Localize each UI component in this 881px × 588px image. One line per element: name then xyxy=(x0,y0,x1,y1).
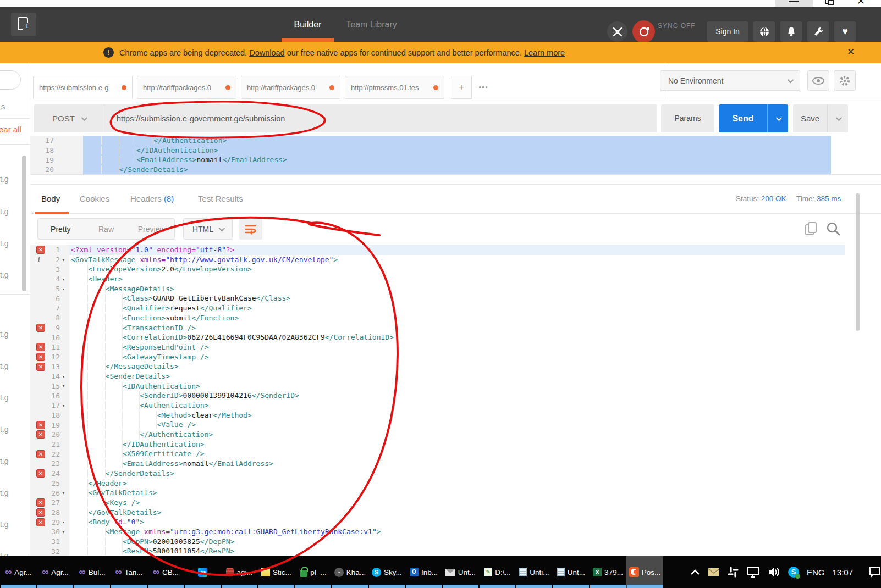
taskbar-item[interactable]: agi... xyxy=(221,556,258,588)
history-item[interactable]: t.g xyxy=(0,362,9,370)
history-item[interactable]: t.g xyxy=(0,330,9,339)
interceptor-icon[interactable] xyxy=(607,21,627,42)
request-tab[interactable]: https://submission.e-g xyxy=(33,76,133,99)
history-item[interactable]: t.g xyxy=(0,457,9,465)
error-icon[interactable]: ✕ xyxy=(36,363,45,371)
error-icon[interactable]: ✕ xyxy=(36,498,45,507)
collections-tab-label[interactable]: s xyxy=(1,102,5,111)
action-center-icon[interactable] xyxy=(868,566,881,578)
error-icon[interactable]: ✕ xyxy=(36,469,45,478)
error-icon[interactable]: ✕ xyxy=(36,518,45,526)
history-item[interactable]: t.g xyxy=(0,425,9,434)
clock[interactable]: 13:07 xyxy=(833,568,854,577)
taskbar-item[interactable]: ∞Agr... xyxy=(0,556,37,588)
settings-wrench-button[interactable] xyxy=(807,21,829,42)
error-icon[interactable]: ✕ xyxy=(36,508,45,517)
new-tab-button[interactable]: + xyxy=(451,76,472,99)
fold-arrow-icon[interactable]: ▾ xyxy=(60,519,67,525)
taskbar-item[interactable]: Stic... xyxy=(258,556,295,588)
tray-mail-icon[interactable] xyxy=(708,568,720,576)
taskbar-item[interactable]: WS xyxy=(184,556,221,588)
error-icon[interactable]: ✕ xyxy=(36,353,45,361)
tray-chevron-icon[interactable] xyxy=(690,569,700,575)
response-body-viewer[interactable]: ✕1<?xml version="1.0" encoding="utf-8"?>… xyxy=(30,245,852,556)
tab-cookies[interactable]: Cookies xyxy=(80,194,109,203)
download-link[interactable]: Download xyxy=(249,48,285,57)
proxy-globe-button[interactable] xyxy=(753,21,775,42)
fold-arrow-icon[interactable]: ▾ xyxy=(60,257,67,263)
error-icon[interactable]: ✕ xyxy=(36,246,45,254)
taskbar-item[interactable]: Unti... xyxy=(516,556,553,588)
send-button[interactable]: Send xyxy=(719,104,788,132)
taskbar-item[interactable]: Pos... xyxy=(626,556,663,588)
history-item[interactable]: t.g xyxy=(0,489,9,497)
taskbar-item[interactable]: ∞Agr... xyxy=(37,556,74,588)
more-tabs-button[interactable]: ●●● xyxy=(473,76,494,99)
learn-more-link[interactable]: Learn more xyxy=(524,48,565,57)
minimize-button[interactable] xyxy=(775,0,813,7)
taskbar-item[interactable]: ▪Kha... xyxy=(332,556,368,588)
taskbar-item[interactable]: OInb... xyxy=(405,556,442,588)
history-item[interactable]: t.g xyxy=(0,270,9,279)
sidebar-scrollbar[interactable] xyxy=(22,156,26,291)
environment-select[interactable]: No Environment xyxy=(660,70,800,91)
fold-arrow-icon[interactable]: ▾ xyxy=(60,490,67,496)
format-select[interactable]: HTML xyxy=(183,218,233,240)
fold-arrow-icon[interactable]: ▾ xyxy=(60,529,67,535)
taskbar-item[interactable]: Unt... xyxy=(553,556,590,588)
nav-team-library[interactable]: Team Library xyxy=(340,7,403,42)
params-button[interactable]: Params xyxy=(661,104,714,132)
request-tab[interactable]: http://tariffpackages.0 xyxy=(241,76,340,99)
history-item[interactable]: t.g xyxy=(0,520,9,529)
taskbar-item[interactable]: X379... xyxy=(590,556,626,588)
taskbar-item[interactable]: SSky... xyxy=(368,556,405,588)
wrap-lines-button[interactable] xyxy=(239,218,262,240)
error-icon[interactable]: ✕ xyxy=(36,450,45,458)
sidebar-search-input[interactable] xyxy=(0,70,21,90)
close-button[interactable]: ✕ xyxy=(857,0,865,7)
environment-preview-button[interactable] xyxy=(807,70,829,91)
taskbar-item[interactable]: ∞Tari... xyxy=(111,556,147,588)
tray-slack-icon[interactable] xyxy=(728,567,739,578)
fold-arrow-icon[interactable]: ▾ xyxy=(60,374,67,379)
request-body-editor[interactable]: 17 </Authentication>18 </IDAuthenticatio… xyxy=(30,136,881,175)
nav-builder[interactable]: Builder xyxy=(282,7,334,42)
tray-volume-icon[interactable] xyxy=(767,567,780,578)
save-options-button[interactable] xyxy=(827,104,848,132)
history-item[interactable]: t.g xyxy=(0,551,9,556)
view-pretty[interactable]: Pretty xyxy=(38,225,84,234)
favorites-button[interactable]: ♥ xyxy=(834,21,856,42)
info-icon[interactable]: i xyxy=(38,256,40,264)
error-icon[interactable]: ✕ xyxy=(36,324,45,332)
banner-close-icon[interactable]: ✕ xyxy=(847,46,855,58)
tab-headers[interactable]: Headers (8) xyxy=(130,194,174,203)
taskbar-item[interactable]: ∞CB... xyxy=(147,556,184,588)
settings-button[interactable] xyxy=(834,70,856,91)
request-tab[interactable]: http://tariffpackages.0 xyxy=(137,76,236,99)
send-options-button[interactable] xyxy=(767,104,788,132)
copy-response-button[interactable] xyxy=(805,221,818,238)
sign-in-button[interactable]: Sign In xyxy=(707,21,748,42)
history-item[interactable]: t.g xyxy=(0,175,9,184)
window-scrollbar[interactable] xyxy=(856,193,860,331)
sync-status-icon[interactable] xyxy=(632,20,655,43)
notifications-button[interactable] xyxy=(780,21,802,42)
fold-arrow-icon[interactable]: ▾ xyxy=(60,403,67,408)
taskbar-item[interactable]: ✎D:\... xyxy=(479,556,516,588)
search-response-button[interactable] xyxy=(826,221,840,238)
tab-body[interactable]: Body xyxy=(41,194,60,203)
restore-button[interactable] xyxy=(825,0,832,4)
tray-network-icon[interactable] xyxy=(746,567,759,578)
error-icon[interactable]: ✕ xyxy=(36,421,45,429)
language-indicator[interactable]: ENG xyxy=(807,568,825,577)
taskbar-item[interactable]: pl_... xyxy=(295,556,332,588)
url-input[interactable]: https://submission.e-government.ge/submi… xyxy=(104,104,657,132)
fold-arrow-icon[interactable]: ▾ xyxy=(60,383,67,389)
history-item[interactable]: t.g xyxy=(0,239,9,248)
history-item[interactable]: t.g xyxy=(0,207,9,216)
new-collection-button[interactable]: + xyxy=(11,13,36,36)
tray-skype-icon[interactable]: S xyxy=(788,567,799,578)
fold-arrow-icon[interactable]: ▾ xyxy=(60,286,67,292)
fold-arrow-icon[interactable]: ▾ xyxy=(60,276,67,282)
error-icon[interactable]: ✕ xyxy=(36,343,45,351)
